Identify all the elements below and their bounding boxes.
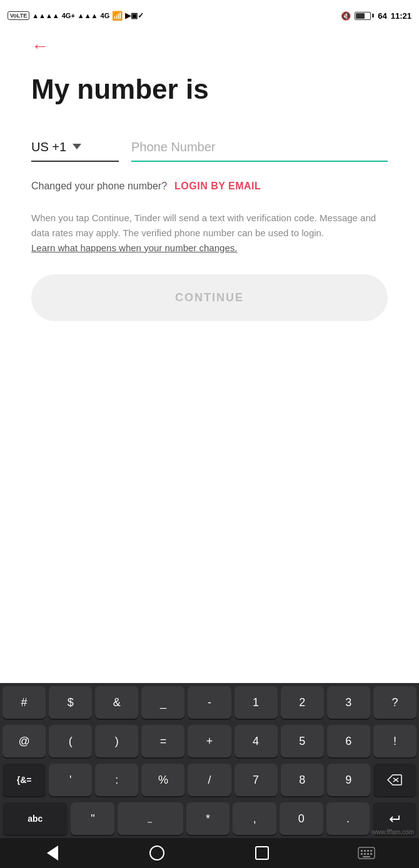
nav-back-button[interactable] [37, 842, 68, 864]
country-selector[interactable]: US +1 [31, 140, 119, 162]
mute-icon: 🔇 [341, 11, 351, 21]
keyboard-row-3: {&= ' : % / 7 8 9 [0, 761, 419, 799]
chevron-down-icon [73, 144, 81, 149]
svg-rect-9 [367, 853, 369, 855]
key-dollar[interactable]: $ [49, 686, 92, 719]
learn-more-link[interactable]: Learn what happens when your number chan… [31, 242, 237, 253]
key-hash[interactable]: # [3, 686, 46, 719]
key-period[interactable]: . [326, 802, 370, 835]
main-content: ← My number is US +1 Changed your phone … [0, 31, 419, 321]
time-display: 11:21 [391, 11, 411, 21]
key-1[interactable]: 1 [235, 686, 278, 719]
changed-phone-text: Changed your phone number? [31, 181, 167, 192]
nav-back-icon [47, 846, 58, 861]
phone-input-wrapper [131, 140, 388, 162]
signal-4g-plus: ▲▲▲▲ [32, 12, 59, 19]
key-2[interactable]: 2 [281, 686, 324, 719]
battery-icon [355, 12, 374, 20]
signal-text: 4G+ [62, 12, 75, 19]
battery-percent: 64 [378, 11, 386, 21]
nav-keyboard-button[interactable] [351, 842, 382, 864]
key-underscore[interactable]: _ [141, 686, 184, 719]
svg-rect-8 [364, 853, 366, 855]
status-bar: VoLTE ▲▲▲▲ 4G+ ▲▲▲ 4G 📶 ▶▣✓ 🔇 64 11:21 [0, 0, 419, 31]
key-5[interactable]: 5 [281, 725, 324, 757]
status-right: 🔇 64 11:21 [341, 11, 411, 21]
nav-home-button[interactable] [141, 842, 173, 864]
nav-recents-icon [255, 846, 269, 860]
back-arrow-icon: ← [31, 36, 49, 56]
info-paragraph: When you tap Continue, Tinder will send … [31, 212, 376, 238]
svg-rect-5 [367, 850, 369, 852]
nav-home-icon [149, 846, 164, 861]
svg-rect-10 [370, 853, 372, 855]
key-close-paren[interactable]: ) [95, 725, 138, 757]
volte-badge: VoLTE [8, 11, 29, 20]
svg-rect-4 [364, 850, 366, 852]
signal2-text: 4G [101, 12, 110, 19]
signal2-bars: ▲▲▲ [78, 12, 98, 19]
phone-number-input[interactable] [131, 140, 388, 154]
key-asterisk[interactable]: * [186, 802, 230, 835]
backspace-key[interactable] [373, 764, 416, 796]
wifi-icon: 📶 [112, 11, 123, 21]
svg-rect-11 [363, 856, 370, 857]
key-symbols-switch[interactable]: {&= [3, 764, 46, 796]
nav-recents-button[interactable] [246, 842, 278, 864]
key-6[interactable]: 6 [327, 725, 370, 757]
changed-phone-row: Changed your phone number? LOGIN BY EMAI… [31, 181, 388, 192]
key-exclaim[interactable]: ! [373, 725, 416, 757]
key-colon[interactable]: : [95, 764, 138, 796]
key-plus[interactable]: + [188, 725, 231, 757]
continue-button[interactable]: CONTINUE [31, 274, 388, 321]
key-minus[interactable]: - [188, 686, 231, 719]
key-equals[interactable]: = [141, 725, 184, 757]
page-title: My number is [31, 74, 388, 106]
key-8[interactable]: 8 [281, 764, 324, 796]
misc-icons: ▶▣✓ [125, 11, 144, 20]
keyboard-row-4: abc " ⎯ * , 0 . [0, 799, 419, 838]
key-quote[interactable]: " [71, 802, 114, 835]
keyboard-row-1: # $ & _ - 1 2 3 ? [0, 683, 419, 722]
key-4[interactable]: 4 [235, 725, 278, 757]
nav-bar [0, 838, 419, 868]
svg-rect-3 [361, 850, 363, 852]
key-9[interactable]: 9 [327, 764, 370, 796]
status-left: VoLTE ▲▲▲▲ 4G+ ▲▲▲ 4G 📶 ▶▣✓ [8, 11, 144, 21]
country-code-label: US +1 [31, 140, 66, 154]
key-slash[interactable]: / [188, 764, 231, 796]
keyboard: # $ & _ - 1 2 3 ? @ ( ) = + 4 5 6 ! {&= … [0, 683, 419, 838]
login-by-email-link[interactable]: LOGIN BY EMAIL [174, 181, 261, 192]
key-comma[interactable]: , [233, 802, 276, 835]
key-space[interactable]: ⎯ [118, 802, 183, 835]
watermark: www.fffam.com [372, 829, 414, 836]
key-7[interactable]: 7 [235, 764, 278, 796]
phone-input-row: US +1 [31, 140, 388, 162]
key-open-paren[interactable]: ( [49, 725, 92, 757]
key-at[interactable]: @ [3, 725, 46, 757]
info-text: When you tap Continue, Tinder will send … [31, 211, 388, 256]
key-ampersand[interactable]: & [95, 686, 138, 719]
key-0[interactable]: 0 [280, 802, 323, 835]
keyboard-row-2: @ ( ) = + 4 5 6 ! [0, 722, 419, 761]
key-abc-switch[interactable]: abc [3, 802, 68, 835]
key-percent[interactable]: % [141, 764, 184, 796]
key-question[interactable]: ? [373, 686, 416, 719]
key-apostrophe[interactable]: ' [49, 764, 92, 796]
nav-keyboard-icon [358, 847, 375, 859]
key-3[interactable]: 3 [327, 686, 370, 719]
back-button[interactable]: ← [31, 37, 388, 55]
svg-rect-6 [370, 850, 372, 852]
svg-rect-7 [361, 853, 363, 855]
